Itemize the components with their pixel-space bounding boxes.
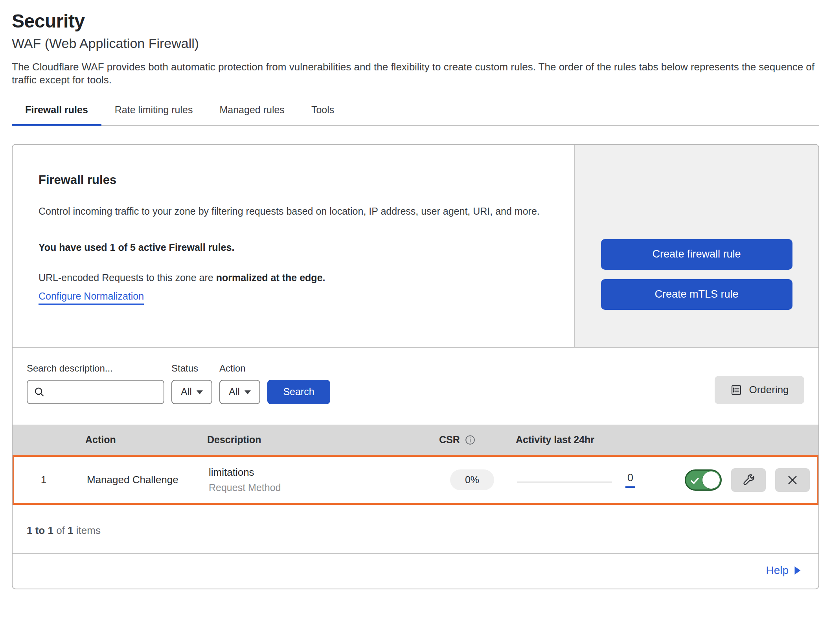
ordering-button[interactable]: Ordering — [715, 376, 804, 404]
search-input[interactable] — [46, 381, 169, 403]
page-description: The Cloudflare WAF provides both automat… — [12, 61, 819, 87]
firewall-rules-summary: Firewall rules Control incoming traffic … — [13, 145, 818, 347]
rule-description-cell: limitations Request Method — [209, 466, 427, 493]
create-firewall-rule-button[interactable]: Create firewall rule — [601, 239, 792, 270]
items-count: 1 to 1 of 1 items — [13, 505, 818, 553]
tab-managed-rules[interactable]: Managed rules — [206, 104, 298, 126]
ordering-list-icon — [730, 384, 743, 396]
create-rule-panel: Create firewall rule Create mTLS rule — [574, 145, 818, 347]
rule-enabled-toggle[interactable] — [685, 469, 722, 491]
create-mtls-rule-button[interactable]: Create mTLS rule — [601, 279, 792, 310]
rule-priority: 1 — [14, 474, 73, 486]
action-dropdown[interactable]: All — [219, 380, 260, 404]
usage-line: You have used 1 of 5 active Firewall rul… — [39, 242, 550, 253]
card-heading: Firewall rules — [39, 173, 550, 187]
chevron-down-icon — [245, 390, 251, 394]
chevron-down-icon — [197, 390, 203, 394]
delete-rule-button[interactable] — [775, 468, 810, 492]
activity-count-link[interactable]: 0 — [625, 472, 635, 488]
table-row: 1 Managed Challenge limitations Request … — [13, 455, 818, 505]
column-activity: Activity last 24hr — [516, 434, 651, 445]
check-icon — [690, 477, 700, 485]
help-arrow-icon — [794, 566, 801, 575]
rule-action: Managed Challenge — [73, 474, 209, 486]
toggle-knob — [702, 471, 720, 489]
filters-bar: Search description... Status All — [13, 347, 818, 425]
tab-firewall-rules[interactable]: Firewall rules — [12, 104, 101, 126]
edit-rule-button[interactable] — [731, 468, 766, 492]
close-icon — [786, 474, 799, 486]
normalization-line: URL-encoded Requests to this zone are no… — [39, 272, 550, 283]
security-waf-page: Security WAF (Web Application Firewall) … — [0, 10, 831, 589]
status-label: Status — [171, 363, 212, 374]
tab-tools[interactable]: Tools — [298, 104, 347, 126]
search-button[interactable]: Search — [267, 380, 330, 404]
search-icon — [33, 386, 46, 398]
status-dropdown[interactable]: All — [171, 380, 212, 404]
page-title: Security — [12, 10, 819, 32]
csr-badge: 0% — [450, 469, 494, 490]
info-icon[interactable] — [465, 434, 476, 445]
table-header: Action Description CSR Activity last 24h… — [13, 425, 818, 455]
column-description: Description — [207, 434, 425, 445]
search-box — [27, 380, 164, 404]
configure-normalization-link[interactable]: Configure Normalization — [39, 291, 144, 305]
column-csr: CSR — [425, 434, 516, 445]
rules-tabs: Firewall rules Rate limiting rules Manag… — [12, 104, 819, 126]
rule-description[interactable]: limitations — [209, 466, 419, 478]
activity-sparkline — [517, 482, 612, 482]
help-link[interactable]: Help — [766, 564, 801, 577]
rule-expression: Request Method — [209, 482, 419, 493]
card-description: Control incoming traffic to your zone by… — [39, 201, 550, 222]
firewall-rules-card: Firewall rules Control incoming traffic … — [12, 144, 819, 589]
column-action: Action — [72, 434, 207, 445]
search-label: Search description... — [27, 363, 164, 374]
wrench-icon — [741, 473, 756, 487]
page-subtitle: WAF (Web Application Firewall) — [12, 36, 819, 51]
action-label: Action — [219, 363, 260, 374]
tab-rate-limiting-rules[interactable]: Rate limiting rules — [101, 104, 206, 126]
